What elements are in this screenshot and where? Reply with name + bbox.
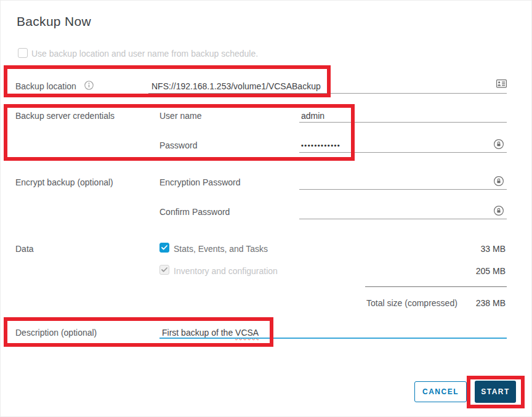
stats-events-tasks-size: 33 MB bbox=[481, 244, 506, 254]
info-icon[interactable] bbox=[84, 81, 94, 90]
description-label: Description (optional) bbox=[15, 328, 97, 338]
password-lock-circle-icon[interactable] bbox=[493, 139, 504, 150]
password-lock-circle-icon[interactable] bbox=[493, 205, 504, 216]
encryption-password-label: Encryption Password bbox=[159, 177, 241, 187]
data-section-label: Data bbox=[15, 244, 34, 254]
credentials-section-label: Backup server credentials bbox=[15, 111, 115, 121]
password-label: Password bbox=[159, 140, 197, 150]
inventory-configuration-checkbox bbox=[159, 265, 169, 275]
total-size-divider bbox=[365, 286, 507, 287]
backup-location-input-underline bbox=[148, 93, 507, 94]
use-schedule-label: Use backup location and user name from b… bbox=[31, 49, 258, 59]
description-input[interactable]: First backup of the VCSA bbox=[162, 328, 259, 338]
stats-events-tasks-label: Stats, Events, and Tasks bbox=[174, 244, 268, 254]
cancel-button[interactable]: CANCEL bbox=[414, 381, 467, 402]
username-input[interactable]: admin bbox=[301, 111, 324, 121]
backup-location-input[interactable]: NFS://192.168.1.253/volume1/VCSABackup bbox=[151, 81, 321, 91]
description-focus-underline bbox=[159, 338, 507, 339]
address-card-icon[interactable] bbox=[496, 79, 507, 88]
description-text: First backup of the bbox=[162, 328, 235, 338]
confirm-password-input[interactable] bbox=[299, 219, 507, 219]
checkmark-icon bbox=[161, 267, 167, 272]
total-size-value: 238 MB bbox=[476, 298, 506, 308]
dialog-title: Backup Now bbox=[17, 14, 91, 29]
inventory-configuration-label: Inventory and configuration bbox=[174, 266, 278, 276]
use-schedule-checkbox[interactable] bbox=[18, 48, 28, 58]
password-lock-circle-icon[interactable] bbox=[493, 176, 504, 187]
encryption-password-input[interactable] bbox=[299, 189, 507, 190]
password-input-underline bbox=[299, 152, 507, 153]
password-input[interactable]: •••••••••••• bbox=[301, 142, 341, 149]
confirm-password-label: Confirm Password bbox=[159, 207, 230, 217]
inventory-configuration-size: 205 MB bbox=[476, 266, 506, 276]
total-size-label: Total size (compressed) bbox=[366, 298, 457, 308]
start-button[interactable]: START bbox=[475, 381, 516, 403]
description-misspelled-word: VCSA bbox=[235, 328, 259, 338]
username-input-underline bbox=[299, 122, 507, 123]
encrypt-section-label: Encrypt backup (optional) bbox=[15, 177, 113, 187]
backup-location-label: Backup location bbox=[15, 81, 76, 91]
stats-events-tasks-checkbox[interactable] bbox=[159, 243, 169, 253]
checkmark-icon bbox=[161, 245, 167, 250]
username-label: User name bbox=[159, 111, 201, 121]
backup-now-dialog: Backup Now Use backup location and user … bbox=[0, 0, 532, 417]
